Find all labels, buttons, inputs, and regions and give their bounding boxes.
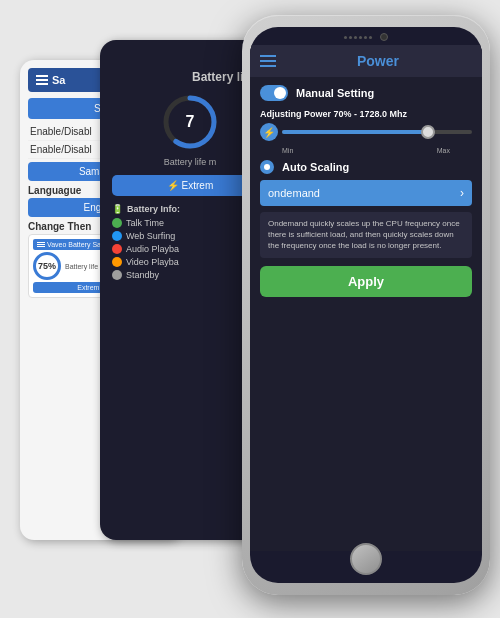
dropdown-value: ondemand [268, 187, 320, 199]
phone-screen: Power Manual Setting Adjusting Power 70 [250, 27, 482, 583]
home-button[interactable] [350, 543, 382, 575]
adjusting-power-row: Adjusting Power 70% - 1728.0 Mhz ⚡ [260, 109, 472, 154]
hamburger-icon-left [36, 75, 48, 85]
slider-thumb[interactable] [421, 125, 435, 139]
theme-percent: 75% [33, 252, 61, 280]
screen-header: Power [250, 45, 482, 77]
dropdown-arrow-icon: › [460, 186, 464, 200]
apply-button[interactable]: Apply [260, 266, 472, 297]
description-text: Ondemand quickly scales up the CPU frequ… [268, 218, 464, 252]
auto-scaling-label: Auto Scaling [282, 161, 349, 173]
screen-body: Manual Setting Adjusting Power 70% - 172… [250, 77, 482, 305]
camera-dot [380, 33, 388, 41]
manual-setting-row: Manual Setting [260, 85, 472, 101]
adjusting-power-text: Adjusting Power 70% - 1728.0 Mhz [260, 109, 472, 119]
lightning-icon: ⚡ [260, 123, 278, 141]
slider-labels: Min Max [260, 147, 472, 154]
power-slider-container: ⚡ [260, 123, 472, 141]
slider-fill [282, 130, 425, 134]
battery-percent-display: 7 [186, 113, 195, 131]
screen-content: Power Manual Setting Adjusting Power 70 [250, 45, 482, 551]
auto-scaling-row: Auto Scaling [260, 160, 472, 174]
phone-body: Power Manual Setting Adjusting Power 70 [242, 15, 490, 595]
battery-circle: 7 [160, 92, 220, 152]
description-box: Ondemand quickly scales up the CPU frequ… [260, 212, 472, 258]
extreme-icon: ⚡ [167, 180, 179, 191]
phone-top-bar [250, 27, 482, 45]
left-panel-title: Sa [52, 74, 65, 86]
manual-setting-toggle[interactable] [260, 85, 288, 101]
auto-scaling-radio[interactable] [260, 160, 274, 174]
power-slider[interactable] [282, 130, 472, 134]
main-phone: Power Manual Setting Adjusting Power 70 [242, 15, 490, 595]
theme-name: Vaveo Battery Sa [47, 241, 101, 248]
speaker-dots [344, 36, 372, 39]
manual-setting-label: Manual Setting [296, 87, 374, 99]
hamburger-menu-icon[interactable] [260, 55, 276, 67]
dropdown-row[interactable]: ondemand › [260, 180, 472, 206]
screen-title: Power [284, 53, 472, 69]
